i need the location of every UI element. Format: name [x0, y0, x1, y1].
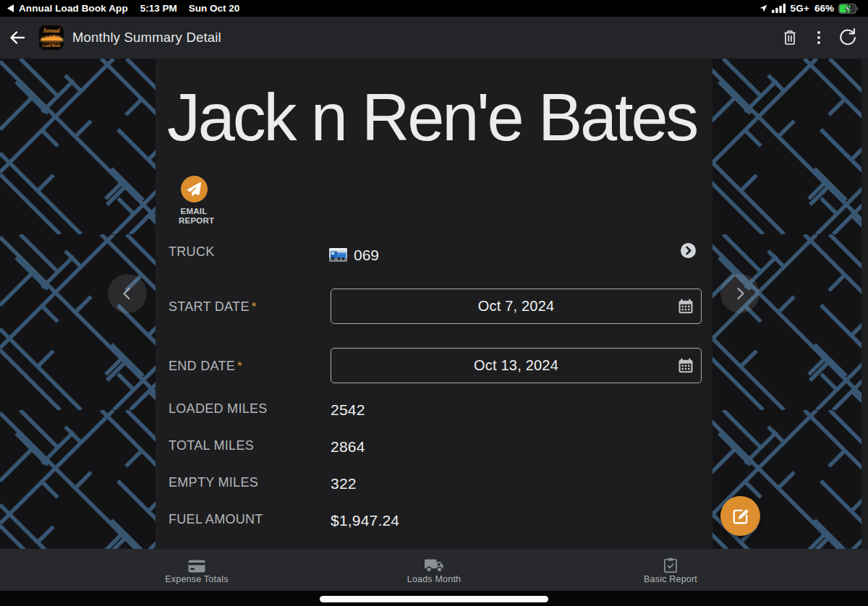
required-marker: * [237, 359, 242, 373]
screen: Annual Load Book App 5:13 PM Sun Oct 20 … [0, 0, 868, 606]
calendar-icon [678, 358, 693, 373]
app-bar: Annual Load Book Monthly Summary Detail [0, 17, 868, 59]
calendar-icon [678, 299, 693, 314]
edit-icon [731, 507, 750, 526]
status-bar-right: 5G+ 66% [759, 3, 868, 14]
network-type: 5G+ [790, 3, 809, 14]
app-logo-icon: Annual Load Book [39, 25, 64, 50]
content-area: Jack n Ren'e Bates EMAIL REPORT TRUCK [0, 59, 868, 549]
end-date-input[interactable]: Oct 13, 2024 [331, 348, 702, 383]
app-bar-actions [775, 17, 868, 59]
truck-photo [329, 248, 347, 262]
email-report-circle[interactable] [181, 176, 208, 202]
app-logo-text-annual: Annual [42, 27, 60, 34]
back-to-app-icon[interactable] [7, 4, 14, 12]
scrollbar-gutter [861, 59, 868, 549]
arrow-back-icon [9, 29, 26, 46]
start-date-input[interactable]: Oct 7, 2024 [331, 289, 702, 324]
start-date-label-text: START DATE [169, 299, 250, 314]
nav-basic-report-label: Basic Report [644, 574, 697, 584]
required-marker: * [252, 300, 257, 314]
paper-plane-icon [187, 182, 201, 196]
start-date-label: START DATE* [169, 299, 257, 315]
nav-basic-report[interactable]: Basic Report [613, 549, 728, 591]
truck-photo-icon [329, 248, 347, 262]
fuel-amount-value: $1,947.24 [331, 512, 399, 529]
status-date: Sun Oct 20 [189, 3, 240, 14]
start-date-value: Oct 7, 2024 [478, 298, 555, 315]
refresh-button[interactable] [833, 17, 862, 59]
nav-expense-totals-label: Expense Totals [165, 574, 228, 584]
home-strip [0, 591, 868, 606]
end-date-value: Oct 13, 2024 [474, 357, 558, 374]
trash-icon [781, 29, 799, 46]
battery-percent: 66% [814, 3, 834, 14]
menu-button[interactable] [804, 17, 833, 59]
customer-name: Jack n Ren'e Bates [167, 80, 702, 155]
chevron-right-icon [733, 286, 747, 301]
truck-icon [425, 559, 443, 573]
truck-number: 069 [354, 247, 379, 264]
status-bar: Annual Load Book App 5:13 PM Sun Oct 20 … [0, 0, 868, 17]
empty-miles-label: EMPTY MILES [169, 475, 258, 490]
app-logo: Annual Load Book [39, 25, 64, 50]
truck-value[interactable]: 069 [329, 247, 379, 263]
previous-page-button[interactable] [108, 274, 147, 313]
end-date-label: END DATE* [169, 359, 242, 374]
edit-fab-button[interactable] [720, 496, 760, 536]
nav-expense-totals[interactable]: Expense Totals [139, 549, 255, 591]
back-button[interactable] [0, 17, 35, 59]
total-miles-value: 2864 [331, 438, 365, 455]
total-miles-label: TOTAL MILES [169, 438, 254, 453]
status-bar-left: Annual Load Book App 5:13 PM Sun Oct 20 [0, 3, 239, 14]
cellular-signal-icon [772, 4, 786, 13]
status-app-name[interactable]: Annual Load Book App [19, 3, 128, 14]
location-arrow-icon [759, 4, 768, 13]
email-report-label-line2: REPORT [179, 216, 209, 226]
loaded-miles-label: LOADED MILES [169, 401, 268, 417]
credit-card-icon [188, 560, 205, 573]
chevron-right-circle-icon [681, 243, 696, 258]
next-page-button[interactable] [720, 274, 760, 313]
chevron-left-icon [120, 286, 135, 301]
delete-button[interactable] [775, 17, 804, 59]
loaded-miles-value: 2542 [331, 401, 365, 418]
status-time: 5:13 PM [140, 3, 177, 14]
page-title: Monthly Summary Detail [72, 30, 221, 46]
truck-label: TRUCK [169, 244, 215, 260]
app-logo-text-loadbook: Load Book [42, 43, 61, 48]
kebab-menu-icon [810, 29, 827, 46]
email-report-label: EMAIL REPORT [179, 207, 209, 226]
email-report-button[interactable]: EMAIL REPORT [179, 176, 209, 226]
summary-panel: Jack n Ren'e Bates EMAIL REPORT TRUCK [156, 59, 712, 549]
nav-loads-month[interactable]: Loads Month [376, 549, 492, 591]
truck-detail-button[interactable] [681, 243, 696, 258]
end-date-label-text: END DATE [169, 359, 235, 373]
clipboard-check-icon [664, 558, 677, 573]
empty-miles-value: 322 [331, 475, 357, 492]
fuel-amount-label: FUEL AMOUNT [169, 512, 263, 527]
battery-charging-icon [838, 4, 859, 14]
home-indicator[interactable] [320, 596, 548, 602]
bottom-navigation: Expense Totals Loads Month [0, 549, 868, 591]
nav-loads-month-label: Loads Month [407, 574, 461, 584]
refresh-icon [838, 28, 857, 47]
email-report-label-line1: EMAIL [179, 207, 209, 216]
